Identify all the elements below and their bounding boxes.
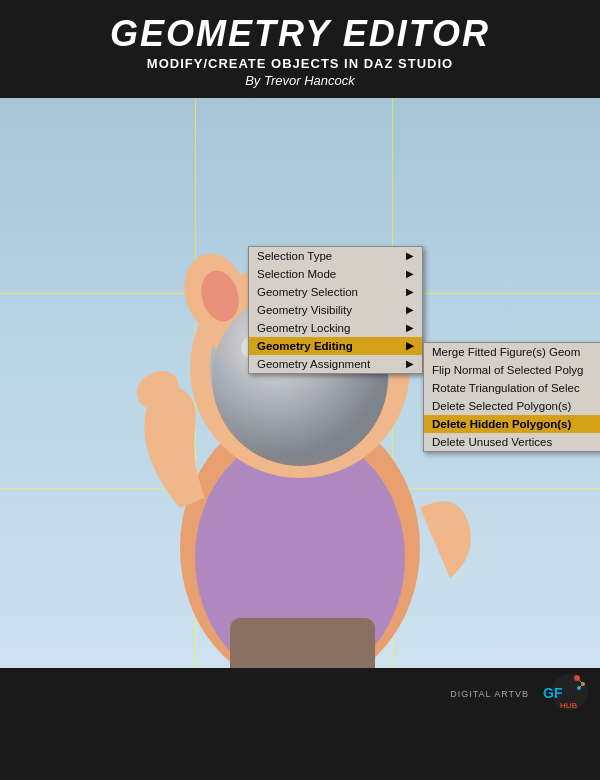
- main-container: GEOMETRY EDITOR MODIFY/CREATE OBJECTS IN…: [0, 0, 600, 780]
- image-area: Selection Type ▶ Selection Mode ▶ Geomet…: [0, 98, 600, 718]
- arrow-icon: ▶: [406, 358, 414, 369]
- context-menu-wrapper: Selection Type ▶ Selection Mode ▶ Geomet…: [248, 246, 600, 452]
- menu-item-geometry-selection[interactable]: Geometry Selection ▶: [249, 283, 422, 301]
- menu-item-geometry-locking[interactable]: Geometry Locking ▶: [249, 319, 422, 337]
- header: GEOMETRY EDITOR MODIFY/CREATE OBJECTS IN…: [0, 0, 600, 98]
- author: By Trevor Hancock: [10, 73, 590, 88]
- submenu-item-delete-selected[interactable]: Delete Selected Polygon(s): [424, 397, 600, 415]
- submenu-item-delete-unused[interactable]: Delete Unused Vertices: [424, 433, 600, 451]
- submenu-item-rotate-triangulation[interactable]: Rotate Triangulation of Selec: [424, 379, 600, 397]
- submenu-item-merge[interactable]: Merge Fitted Figure(s) Geom: [424, 343, 600, 361]
- submenu-item-delete-hidden[interactable]: Delete Hidden Polygon(s): [424, 415, 600, 433]
- arrow-icon: ▶: [406, 268, 414, 279]
- subtitle: MODIFY/CREATE OBJECTS IN DAZ STUDIO: [10, 56, 590, 71]
- svg-text:GF: GF: [543, 685, 563, 701]
- brand-text: DIGITAL ARTVB: [450, 689, 529, 699]
- gfhub-logo: GF HUB: [535, 670, 590, 715]
- arrow-icon: ▶: [406, 304, 414, 315]
- submenu: Merge Fitted Figure(s) Geom Flip Normal …: [423, 342, 600, 452]
- context-menu: Selection Type ▶ Selection Mode ▶ Geomet…: [248, 246, 423, 374]
- bottom-bar: DIGITAL ARTVB GF HUB: [0, 668, 600, 718]
- main-title: GEOMETRY EDITOR: [10, 14, 590, 54]
- logo-area: DIGITAL ARTVB GF HUB: [450, 670, 590, 715]
- arrow-icon: ▶: [406, 322, 414, 333]
- arrow-icon: ▶: [406, 250, 414, 261]
- arrow-icon: ▶: [406, 286, 414, 297]
- menu-item-selection-type[interactable]: Selection Type ▶: [249, 247, 422, 265]
- arrow-icon: ▶: [406, 340, 414, 351]
- submenu-item-flip-normal[interactable]: Flip Normal of Selected Polyg: [424, 361, 600, 379]
- menu-item-geometry-editing[interactable]: Geometry Editing ▶: [249, 337, 422, 355]
- menu-item-geometry-visibility[interactable]: Geometry Visibility ▶: [249, 301, 422, 319]
- menu-item-geometry-assignment[interactable]: Geometry Assignment ▶: [249, 355, 422, 373]
- svg-text:HUB: HUB: [560, 701, 578, 710]
- menu-item-selection-mode[interactable]: Selection Mode ▶: [249, 265, 422, 283]
